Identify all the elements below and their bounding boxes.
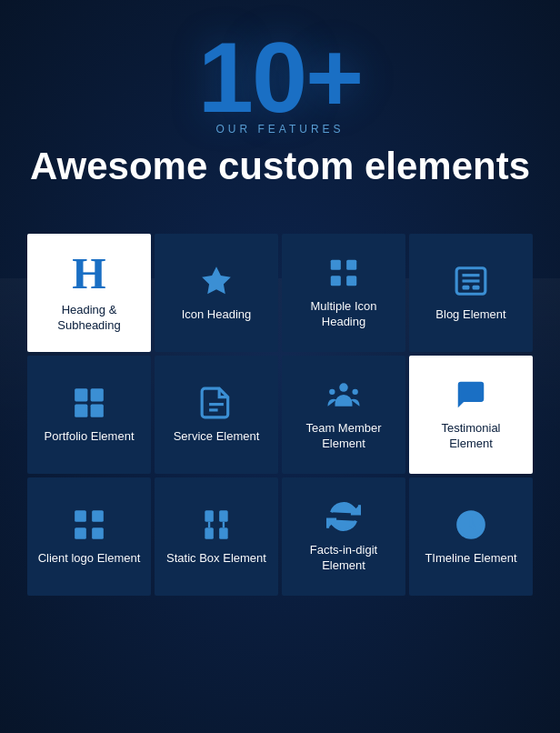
grid-item-testimonial-element[interactable]: Testimonial Element <box>409 356 533 474</box>
svg-rect-7 <box>463 286 470 290</box>
svg-rect-23 <box>219 510 228 522</box>
client-logo-icon <box>72 507 106 542</box>
item-label-service-element: Service Element <box>174 429 260 445</box>
svg-rect-8 <box>473 286 480 290</box>
item-label-facts-in-digit-element: Facts-in-digit Element <box>291 543 396 574</box>
refresh-icon <box>326 499 361 534</box>
item-label-blog-element: Blog Element <box>435 307 505 323</box>
svg-rect-18 <box>75 510 86 522</box>
grid-item-facts-in-digit-element[interactable]: Facts-in-digit Element <box>282 477 405 596</box>
grid-container: H Heading & Subheading Icon Heading Mult… <box>27 234 533 596</box>
static-box-icon <box>199 507 234 542</box>
grid-item-multiple-icon-heading[interactable]: Multiple Icon Heading <box>282 234 405 352</box>
svg-rect-22 <box>205 510 214 522</box>
portfolio-icon <box>72 386 106 420</box>
timeline-icon <box>454 507 488 542</box>
svg-rect-1 <box>346 260 356 270</box>
h-icon: H <box>72 252 105 296</box>
item-label-icon-heading: Icon Heading <box>182 307 252 323</box>
book-icon <box>199 386 234 420</box>
team-icon <box>326 377 361 412</box>
blog-icon <box>454 264 488 298</box>
svg-rect-2 <box>331 276 341 286</box>
item-label-client-logo-element: Client logo Element <box>38 551 141 567</box>
item-label-portfolio-element: Portfolio Element <box>45 429 135 445</box>
grid-item-team-member-element[interactable]: Team Member Element <box>282 356 405 474</box>
grid-item-timeline-element[interactable]: TImeline Element <box>409 477 533 596</box>
big-number: 10+ <box>18 27 542 127</box>
grid-item-client-logo-element[interactable]: Client logo Element <box>27 477 151 596</box>
grid-item-portfolio-element[interactable]: Portfolio Element <box>27 356 151 474</box>
svg-rect-9 <box>75 388 87 401</box>
svg-point-16 <box>329 389 335 395</box>
grid-item-icon-heading[interactable]: Icon Heading <box>155 234 278 352</box>
svg-rect-11 <box>75 404 87 417</box>
svg-rect-0 <box>331 260 341 270</box>
grid-item-service-element[interactable]: Service Element <box>155 356 278 474</box>
svg-rect-19 <box>92 510 104 522</box>
item-label-multiple-icon-heading: Multiple Icon Heading <box>291 299 396 330</box>
svg-rect-3 <box>346 276 356 286</box>
svg-rect-21 <box>92 527 104 539</box>
svg-point-15 <box>339 384 348 393</box>
svg-rect-10 <box>91 388 104 401</box>
item-label-heading-subheading: Heading & Subheading <box>36 303 142 334</box>
item-label-static-box-element: Static Box Element <box>166 551 266 567</box>
item-label-timeline-element: TImeline Element <box>425 551 516 567</box>
item-label-testimonial-element: Testimonial Element <box>418 421 524 452</box>
svg-rect-20 <box>75 527 86 539</box>
svg-rect-25 <box>219 527 228 539</box>
features-label: OUR FEATURES <box>18 123 542 136</box>
svg-rect-24 <box>205 527 214 539</box>
svg-rect-12 <box>91 404 104 417</box>
item-label-team-member-element: Team Member Element <box>291 421 396 452</box>
hero-section: 10+ OUR FEATURES Awesome custom elements <box>0 0 560 234</box>
grid-item-blog-element[interactable]: Blog Element <box>409 234 533 352</box>
testimonial-icon <box>454 377 488 412</box>
features-grid: H Heading & Subheading Icon Heading Mult… <box>0 234 560 623</box>
grid4-icon <box>326 256 361 290</box>
grid-item-static-box-element[interactable]: Static Box Element <box>155 477 278 596</box>
svg-point-17 <box>353 389 358 395</box>
main-heading: Awesome custom elements <box>18 145 542 188</box>
star-icon <box>199 264 234 298</box>
grid-item-heading-subheading[interactable]: H Heading & Subheading <box>27 234 151 352</box>
